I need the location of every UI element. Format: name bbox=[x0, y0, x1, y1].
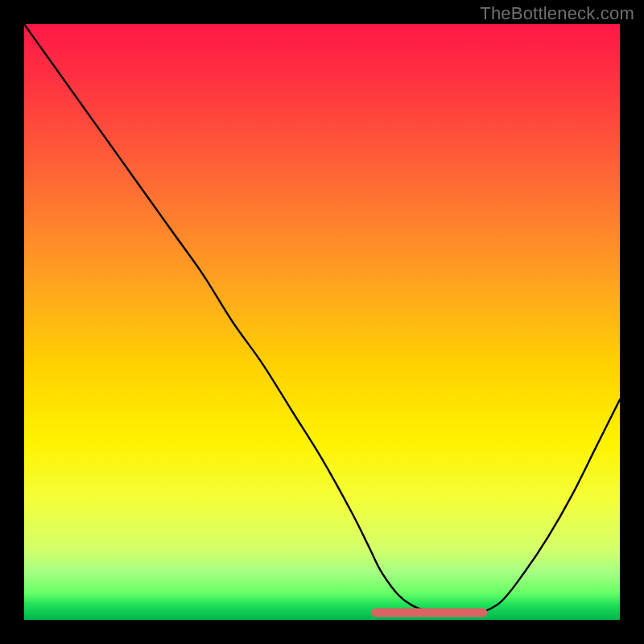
plot-area bbox=[24, 24, 620, 620]
watermark-text: TheBottleneck.com bbox=[480, 3, 634, 24]
chart-stage: TheBottleneck.com bbox=[0, 0, 644, 644]
curve-layer bbox=[24, 24, 620, 620]
bottleneck-curve bbox=[24, 24, 620, 615]
